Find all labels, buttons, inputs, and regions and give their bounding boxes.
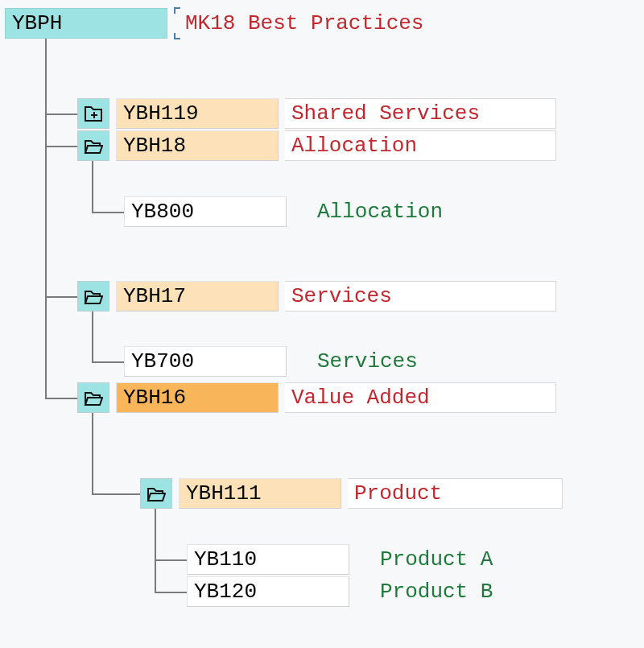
node-desc: Product B <box>374 577 499 606</box>
tree-line <box>155 559 187 561</box>
tree-node[interactable]: YBH17 Services <box>77 281 556 312</box>
tree-line <box>92 361 124 363</box>
node-desc: Allocation <box>311 197 449 226</box>
node-desc: Services <box>285 281 556 312</box>
node-code: YBH16 <box>116 382 279 413</box>
root-code: YBPH <box>5 8 167 39</box>
node-code: YBH111 <box>179 478 341 509</box>
folder-open-icon[interactable] <box>77 281 109 312</box>
node-desc: Allocation <box>285 130 556 161</box>
tree-line <box>45 398 77 399</box>
node-desc: Product <box>348 478 563 509</box>
tree-leaf[interactable]: YB700 Services <box>124 346 424 377</box>
folder-open-icon[interactable] <box>77 382 109 413</box>
tree-line <box>92 161 93 213</box>
tree-line <box>155 509 156 592</box>
tree-leaf[interactable]: YB800 Allocation <box>124 196 449 227</box>
tree-node[interactable]: YBH18 Allocation <box>77 130 556 161</box>
node-desc: Product A <box>374 545 499 574</box>
tree-node[interactable]: YBH111 Product <box>140 478 563 509</box>
hierarchy-tree: YBPH MK18 Best Practices YBH119 Shared S… <box>0 0 644 648</box>
node-code: YB800 <box>124 196 287 227</box>
node-desc: Services <box>311 347 424 376</box>
node-code: YB120 <box>187 576 349 607</box>
tree-line <box>92 312 93 362</box>
tree-line <box>155 592 187 593</box>
tree-leaf[interactable]: YB120 Product B <box>187 576 499 607</box>
tree-line <box>45 296 77 298</box>
tree-line <box>45 39 47 398</box>
folder-open-icon[interactable] <box>140 478 172 509</box>
node-code: YB700 <box>124 346 287 377</box>
tree-line <box>45 146 77 147</box>
node-code: YBH18 <box>116 130 279 161</box>
root-desc: MK18 Best Practices <box>179 9 430 38</box>
node-code: YBH119 <box>116 98 279 129</box>
tree-node[interactable]: YBH119 Shared Services <box>77 98 556 129</box>
node-desc: Value Added <box>285 382 556 413</box>
folder-open-icon[interactable] <box>77 130 109 161</box>
node-code: YBH17 <box>116 281 279 312</box>
tree-line <box>92 413 93 493</box>
node-code: YB110 <box>187 544 349 575</box>
tree-node-root[interactable]: YBPH MK18 Best Practices <box>5 8 430 39</box>
tree-line <box>45 114 77 115</box>
tree-node-selected[interactable]: YBH16 Value Added <box>77 382 556 413</box>
folder-collapsed-icon[interactable] <box>77 98 109 129</box>
tree-leaf[interactable]: YB110 Product A <box>187 544 499 575</box>
node-desc: Shared Services <box>285 98 556 129</box>
tree-line <box>92 493 140 495</box>
tree-line <box>92 212 124 213</box>
